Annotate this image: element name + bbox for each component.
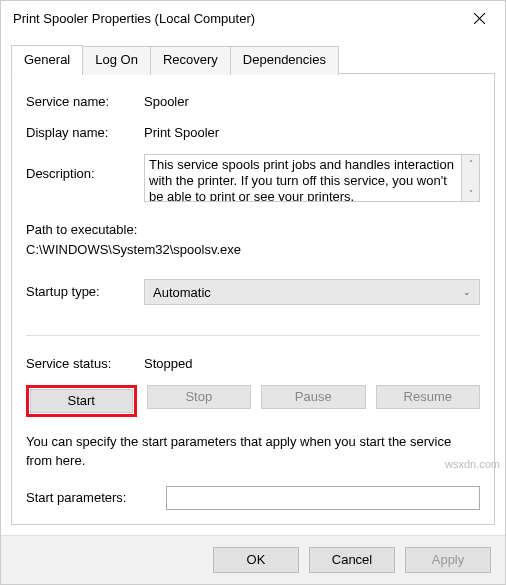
close-button[interactable] [457, 4, 501, 34]
chevron-up-icon[interactable]: ˄ [462, 155, 479, 171]
value-display-name: Print Spooler [144, 123, 480, 140]
chevron-down-icon[interactable]: ˅ [462, 185, 479, 201]
label-service-status: Service status: [26, 354, 144, 371]
row-service-name: Service name: Spooler [26, 92, 480, 109]
startup-type-value: Automatic [153, 285, 211, 300]
value-path: C:\WINDOWS\System32\spoolsv.exe [26, 240, 480, 260]
tab-recovery[interactable]: Recovery [150, 46, 231, 75]
properties-dialog: Print Spooler Properties (Local Computer… [0, 0, 506, 585]
divider [26, 335, 480, 336]
window-title: Print Spooler Properties (Local Computer… [13, 11, 255, 26]
row-description: Description: This service spools print j… [26, 154, 480, 202]
dialog-footer: OK Cancel Apply [1, 535, 505, 584]
description-box: This service spools print jobs and handl… [144, 154, 480, 202]
ok-button[interactable]: OK [213, 547, 299, 573]
value-service-name: Spooler [144, 92, 480, 109]
chevron-down-icon: ⌄ [463, 287, 471, 297]
resume-button: Resume [376, 385, 481, 409]
service-control-buttons: Start Stop Pause Resume [26, 385, 480, 417]
startup-type-dropdown[interactable]: Automatic ⌄ [144, 279, 480, 305]
start-parameters-input[interactable] [166, 486, 480, 510]
label-start-parameters: Start parameters: [26, 486, 166, 505]
close-icon [474, 13, 485, 24]
row-service-status: Service status: Stopped [26, 354, 480, 371]
row-startup-type: Startup type: Automatic ⌄ [26, 279, 480, 305]
label-startup-type: Startup type: [26, 279, 144, 299]
value-service-status: Stopped [144, 354, 480, 371]
apply-button: Apply [405, 547, 491, 573]
pause-button: Pause [261, 385, 366, 409]
row-start-parameters: Start parameters: [26, 486, 480, 510]
tab-general[interactable]: General [11, 45, 83, 74]
tab-logon[interactable]: Log On [82, 46, 151, 75]
label-display-name: Display name: [26, 123, 144, 140]
titlebar: Print Spooler Properties (Local Computer… [1, 1, 505, 36]
tabstrip: General Log On Recovery Dependencies [11, 44, 495, 73]
row-display-name: Display name: Print Spooler [26, 123, 480, 140]
label-description: Description: [26, 154, 144, 181]
tabpanel-general: Service name: Spooler Display name: Prin… [11, 73, 495, 524]
content-area: General Log On Recovery Dependencies Ser… [1, 36, 505, 534]
description-scrollbar[interactable]: ˄ ˅ [462, 154, 480, 202]
description-text[interactable]: This service spools print jobs and handl… [144, 154, 462, 202]
label-path: Path to executable: [26, 220, 480, 240]
label-service-name: Service name: [26, 92, 144, 109]
cancel-button[interactable]: Cancel [309, 547, 395, 573]
parameters-note: You can specify the start parameters tha… [26, 433, 480, 469]
start-button[interactable]: Start [30, 389, 133, 413]
start-highlight: Start [26, 385, 137, 417]
stop-button: Stop [147, 385, 252, 409]
path-block: Path to executable: C:\WINDOWS\System32\… [26, 220, 480, 259]
tab-dependencies[interactable]: Dependencies [230, 46, 339, 75]
